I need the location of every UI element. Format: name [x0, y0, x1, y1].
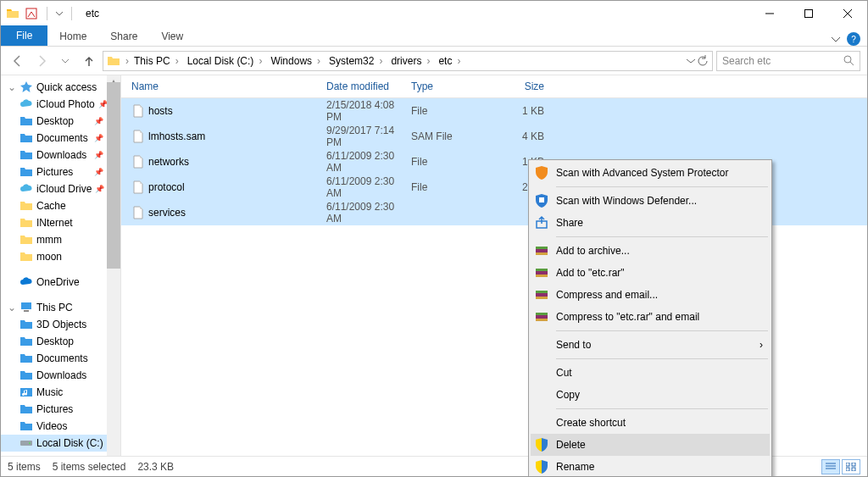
- context-menu-item[interactable]: Cut: [531, 362, 770, 384]
- menu-separator: [556, 330, 768, 331]
- sidebar-item[interactable]: Local Disk (C:): [1, 435, 107, 452]
- sidebar-item[interactable]: Downloads📌: [1, 147, 107, 164]
- context-menu: Scan with Advanced System ProtectorScan …: [528, 159, 772, 477]
- breadcrumb-item[interactable]: drivers›: [387, 52, 435, 70]
- context-menu-item[interactable]: Add to "etc.rar": [531, 262, 770, 284]
- sidebar-item[interactable]: Videos: [1, 418, 107, 435]
- tab-file[interactable]: File: [1, 25, 47, 46]
- sidebar-item[interactable]: Pictures: [1, 401, 107, 418]
- view-icons-button[interactable]: [842, 459, 860, 474]
- refresh-icon[interactable]: [697, 55, 709, 67]
- pin-icon: 📌: [95, 185, 104, 193]
- address-bar[interactable]: ›This PC›Local Disk (C:)›Windows›System3…: [103, 51, 713, 71]
- sidebar-item[interactable]: iCloud Photo📌: [1, 96, 107, 113]
- ribbon-expand-icon[interactable]: [832, 34, 840, 46]
- ribbon-tabs: File Home Share View ?: [1, 26, 867, 47]
- menu-separator: [556, 358, 768, 359]
- sidebar-item[interactable]: ⌄This PC: [1, 299, 107, 316]
- breadcrumb-item[interactable]: ›This PC›: [120, 52, 184, 70]
- address-dropdown-icon[interactable]: [687, 57, 695, 65]
- tab-share[interactable]: Share: [98, 27, 149, 46]
- context-menu-item[interactable]: Scan with Windows Defender...: [531, 190, 770, 212]
- view-details-button[interactable]: [821, 459, 840, 474]
- sidebar-item[interactable]: Documents📌: [1, 130, 107, 147]
- file-icon: [131, 155, 145, 169]
- tab-home[interactable]: Home: [47, 27, 98, 46]
- sidebar-item[interactable]: Documents: [1, 350, 107, 367]
- breadcrumb-item[interactable]: etc›: [435, 52, 465, 70]
- sidebar-item[interactable]: Downloads: [1, 367, 107, 384]
- navigation-pane: ⌄Quick accessiCloud Photo📌Desktop📌Docume…: [1, 75, 107, 456]
- back-button[interactable]: [8, 51, 28, 71]
- sidebar-scrollbar[interactable]: ▴: [107, 75, 120, 456]
- pin-icon: 📌: [94, 151, 103, 159]
- pin-icon: 📌: [94, 168, 103, 176]
- context-menu-item[interactable]: Compress to "etc.rar" and email: [531, 306, 770, 328]
- title-bar: etc: [1, 1, 867, 26]
- column-size[interactable]: Size: [500, 80, 551, 92]
- pin-icon: 📌: [94, 134, 103, 142]
- close-button[interactable]: [828, 1, 867, 26]
- help-icon[interactable]: ?: [847, 32, 860, 46]
- recent-dropdown-icon[interactable]: [55, 51, 75, 71]
- search-placeholder: Search etc: [722, 55, 843, 67]
- pin-icon: 📌: [98, 100, 107, 108]
- sidebar-item[interactable]: Cache: [1, 197, 107, 214]
- context-menu-item[interactable]: Add to archive...: [531, 240, 770, 262]
- up-button[interactable]: [79, 51, 99, 71]
- window-title: etc: [86, 8, 99, 19]
- svg-rect-8: [539, 197, 544, 202]
- context-menu-item[interactable]: Share: [531, 212, 770, 234]
- properties-icon[interactable]: [25, 7, 38, 20]
- svg-rect-13: [852, 468, 855, 471]
- sidebar-item[interactable]: OneDrive: [1, 274, 107, 291]
- search-icon: [843, 55, 854, 66]
- svg-rect-12: [846, 468, 849, 471]
- qat-separator: [47, 7, 47, 20]
- context-menu-item[interactable]: Rename: [531, 456, 770, 477]
- sidebar-item[interactable]: iCloud Drive📌: [1, 180, 107, 197]
- svg-rect-0: [26, 8, 36, 19]
- content-pane: Name Date modified Type Size hosts2/15/2…: [121, 75, 867, 456]
- sidebar-item[interactable]: Desktop: [1, 333, 107, 350]
- context-menu-item[interactable]: Compress and email...: [531, 284, 770, 306]
- file-icon: [131, 180, 145, 194]
- qat-dropdown-icon[interactable]: [56, 10, 63, 17]
- file-row[interactable]: lmhosts.sam9/29/2017 7:14 PMSAM File4 KB: [121, 124, 867, 149]
- breadcrumb-item[interactable]: Local Disk (C:)›: [184, 52, 268, 70]
- svg-rect-11: [852, 463, 855, 466]
- sidebar-item[interactable]: ⌄Quick access: [1, 79, 107, 96]
- breadcrumb-item[interactable]: Windows›: [267, 52, 326, 70]
- sidebar-item[interactable]: mmm: [1, 231, 107, 248]
- svg-rect-3: [21, 302, 31, 309]
- sidebar-item[interactable]: INternet: [1, 214, 107, 231]
- svg-rect-10: [846, 463, 849, 466]
- sidebar-item[interactable]: Desktop📌: [1, 113, 107, 130]
- svg-point-2: [844, 56, 851, 63]
- sidebar-item[interactable]: 3D Objects: [1, 316, 107, 333]
- column-name[interactable]: Name: [131, 80, 326, 92]
- column-date[interactable]: Date modified: [326, 80, 411, 92]
- context-menu-item[interactable]: Create shortcut: [531, 412, 770, 434]
- context-menu-item[interactable]: Scan with Advanced System Protector: [531, 162, 770, 184]
- sidebar-item[interactable]: Music: [1, 384, 107, 401]
- tab-view[interactable]: View: [149, 27, 195, 46]
- maximize-button[interactable]: [789, 1, 828, 26]
- svg-point-7: [29, 442, 31, 444]
- status-selected: 5 items selected: [53, 461, 126, 473]
- context-menu-item[interactable]: Copy: [531, 384, 770, 406]
- breadcrumb-item[interactable]: System32›: [326, 52, 387, 70]
- navigation-bar: ›This PC›Local Disk (C:)›Windows›System3…: [1, 47, 867, 75]
- sidebar-item[interactable]: moon: [1, 248, 107, 265]
- status-size: 23.3 KB: [137, 461, 174, 473]
- context-menu-item[interactable]: Delete: [531, 434, 770, 456]
- context-menu-item[interactable]: Send to›: [531, 334, 770, 356]
- sidebar-item[interactable]: Pictures📌: [1, 164, 107, 180]
- file-row[interactable]: hosts2/15/2018 4:08 PMFile1 KB: [121, 98, 867, 124]
- qat-separator: [71, 7, 72, 20]
- minimize-button[interactable]: [750, 1, 789, 26]
- search-input[interactable]: Search etc: [716, 51, 860, 71]
- file-icon: [131, 104, 145, 118]
- column-type[interactable]: Type: [411, 80, 500, 92]
- forward-button[interactable]: [31, 51, 52, 71]
